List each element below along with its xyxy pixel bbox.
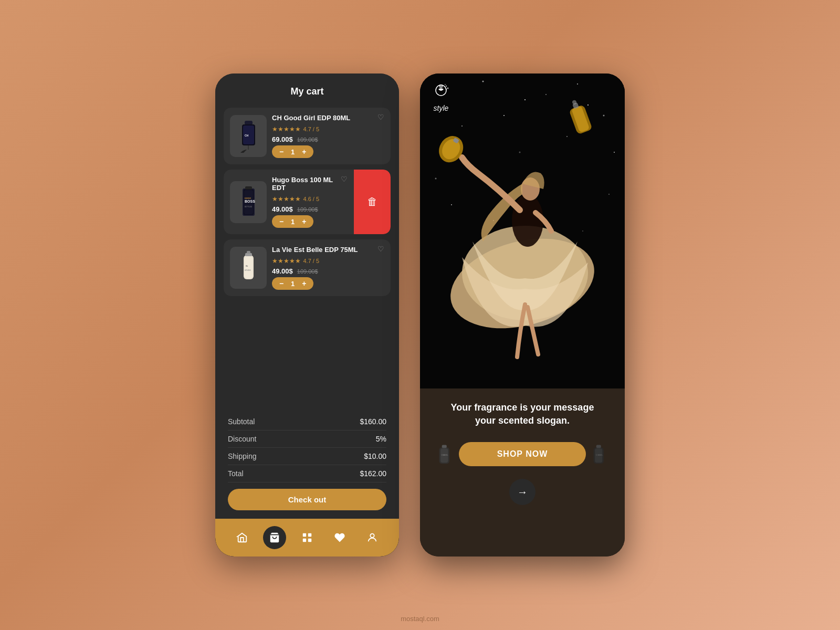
nav-home[interactable] xyxy=(230,526,254,549)
item-3-qty-plus[interactable]: + xyxy=(300,279,308,288)
next-arrow-button[interactable]: → xyxy=(509,479,536,505)
item-2-qty-control[interactable]: − 1 + xyxy=(272,215,313,228)
discount-label: Discount xyxy=(228,435,256,443)
cart-phone: My cart CH CH xyxy=(215,74,399,556)
shipping-value: $10.00 xyxy=(364,452,386,460)
item-1-rating: 4.7 / 5 xyxy=(303,126,319,132)
item-1-stars: ★★★★★ xyxy=(272,125,301,133)
home-icon xyxy=(236,532,248,543)
item-1-qty-control[interactable]: − 1 + xyxy=(272,145,313,158)
trash-icon: 🗑 xyxy=(367,196,377,208)
hugo-boss-svg: HUGO BOSS BOTTLED xyxy=(234,184,263,220)
shop-now-button[interactable]: SHOP NOW xyxy=(459,442,586,466)
item-2-stars: ★★★★★ xyxy=(272,195,301,203)
promo-tagline: Your fragrance is your message your scen… xyxy=(436,401,609,427)
promo-phone: style xyxy=(420,74,625,556)
cart-item-3: Si ARMANI La Vie Est Belle EDP 75ML ★★★★… xyxy=(224,239,391,296)
next-arrow-container: → xyxy=(436,479,609,505)
svg-text:ARMANI: ARMANI xyxy=(245,269,251,271)
item-1-prices: 69.00$ 109.00$ xyxy=(272,135,379,143)
tagline-line2: your scented slogan. xyxy=(475,415,570,426)
user-icon xyxy=(366,532,378,543)
item-1-orig-price: 109.00$ xyxy=(297,136,318,143)
delete-button[interactable]: 🗑 xyxy=(354,170,391,234)
nav-grid[interactable] xyxy=(296,526,319,549)
svg-rect-0 xyxy=(245,121,253,125)
item-2-heart-icon[interactable]: ♡ xyxy=(341,175,348,183)
item-1-name: CH Good Girl EDP 80ML xyxy=(272,114,379,122)
cart-title: My cart xyxy=(226,86,388,97)
svg-rect-15 xyxy=(247,251,250,254)
svg-text:CHANEL: CHANEL xyxy=(596,455,603,457)
nav-favorites[interactable] xyxy=(328,526,351,549)
discount-row: Discount 5% xyxy=(228,430,386,448)
total-row: Total $162.00 xyxy=(228,465,386,482)
item-2-qty-num: 1 xyxy=(291,218,295,226)
item-3-stars: ★★★★★ xyxy=(272,257,301,265)
item-3-name: La Vie Est Belle EDP 75ML xyxy=(272,246,379,254)
checkout-button[interactable]: Check out xyxy=(228,489,386,510)
svg-text:CHANEL: CHANEL xyxy=(441,455,448,457)
shipping-row: Shipping $10.00 xyxy=(228,448,386,465)
item-1-qty-minus[interactable]: − xyxy=(277,148,286,156)
nav-profile[interactable] xyxy=(361,526,384,549)
item-2-qty-minus[interactable]: − xyxy=(277,217,286,226)
la-vie-svg: Si ARMANI xyxy=(234,250,263,286)
item-1-price: 69.00$ xyxy=(272,135,293,143)
shipping-label: Shipping xyxy=(228,452,257,460)
subtotal-label: Subtotal xyxy=(228,417,255,426)
item-1-info: CH Good Girl EDP 80ML ★★★★★ 4.7 / 5 69.0… xyxy=(267,114,384,158)
dancer-figure xyxy=(420,74,625,388)
item-2-rating: 4.6 / 5 xyxy=(303,196,319,202)
item-3-image: Si ARMANI xyxy=(230,247,267,289)
cart-item-wrapper-3: Si ARMANI La Vie Est Belle EDP 75ML ★★★★… xyxy=(224,239,391,296)
tagline-line1: Your fragrance is your message xyxy=(451,402,594,413)
arrow-right-icon: → xyxy=(517,486,528,498)
grid-icon xyxy=(301,532,313,543)
nav-cart[interactable] xyxy=(263,526,286,549)
svg-point-23 xyxy=(370,534,374,538)
svg-point-26 xyxy=(446,86,447,87)
svg-text:Si: Si xyxy=(246,265,248,267)
item-3-prices: 49.00$ 109.00$ xyxy=(272,267,379,275)
item-1-heart-icon[interactable]: ♡ xyxy=(377,113,384,121)
item-2-qty-plus[interactable]: + xyxy=(300,217,308,226)
item-2-name: Hugo Boss 100 ML EDT xyxy=(272,176,342,192)
item-3-qty-control[interactable]: − 1 + xyxy=(272,277,313,290)
item-3-orig-price: 109.00$ xyxy=(297,268,318,275)
svg-text:CH: CH xyxy=(245,134,249,137)
item-2-orig-price: 109.00$ xyxy=(297,206,318,213)
item-2-prices: 49.00$ 109.00$ xyxy=(272,205,342,213)
cart-item-wrapper-1: CH CH Good Girl EDP 80ML ★★★★★ 4.7 / 5 6… xyxy=(224,108,391,164)
item-3-qty-num: 1 xyxy=(291,280,295,288)
cart-item-wrapper-2: HUGO BOSS BOTTLED Hugo Boss 100 ML EDT ★… xyxy=(224,170,391,234)
svg-rect-19 xyxy=(303,533,306,537)
bottom-navigation xyxy=(215,519,399,556)
item-2-image: HUGO BOSS BOTTLED xyxy=(230,181,267,223)
svg-rect-11 xyxy=(245,186,252,190)
cart-item-1: CH CH Good Girl EDP 80ML ★★★★★ 4.7 / 5 6… xyxy=(224,108,391,164)
subtotal-row: Subtotal $160.00 xyxy=(228,413,386,430)
discount-value: 5% xyxy=(376,435,386,443)
svg-point-27 xyxy=(447,88,449,89)
cart-summary: Subtotal $160.00 Discount 5% Shipping $1… xyxy=(215,408,399,519)
total-label: Total xyxy=(228,469,244,478)
svg-rect-25 xyxy=(440,85,442,87)
svg-rect-22 xyxy=(308,539,311,542)
svg-rect-65 xyxy=(596,445,601,448)
promo-action-row: CHANEL SHOP NOW CHANEL xyxy=(436,436,609,472)
item-1-qty-plus[interactable]: + xyxy=(300,148,308,156)
svg-rect-20 xyxy=(308,533,311,537)
cart-items-list: CH CH Good Girl EDP 80ML ★★★★★ 4.7 / 5 6… xyxy=(215,102,399,408)
promo-section: Your fragrance is your message your scen… xyxy=(420,388,625,556)
item-3-qty-minus[interactable]: − xyxy=(277,279,286,288)
ch-good-girl-svg: CH xyxy=(234,118,263,154)
subtotal-value: $160.00 xyxy=(360,417,386,426)
item-3-heart-icon[interactable]: ♡ xyxy=(377,245,384,253)
svg-text:BOTTLED: BOTTLED xyxy=(245,206,253,208)
item-2-info: Hugo Boss 100 ML EDT ★★★★★ 4.6 / 5 49.00… xyxy=(267,176,348,228)
item-2-price: 49.00$ xyxy=(272,205,293,213)
heart-nav-icon xyxy=(334,532,345,543)
hero-image xyxy=(420,74,625,388)
svg-text:BOSS: BOSS xyxy=(245,200,255,203)
